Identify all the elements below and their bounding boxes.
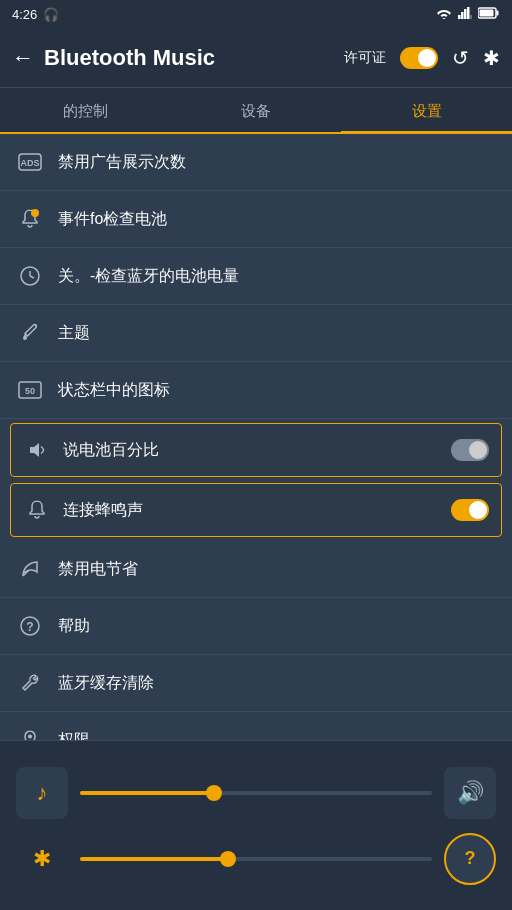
volume-icon: 🔊 (457, 780, 484, 806)
setting-saybattery-label: 说电池百分比 (63, 440, 439, 461)
tab-settings[interactable]: 设置 (341, 102, 512, 134)
svg-rect-6 (497, 10, 499, 15)
tab-devices[interactable]: 设备 (171, 102, 342, 134)
bell-icon (16, 205, 44, 233)
question-icon: ? (16, 612, 44, 640)
headphone-icon: 🎧 (43, 7, 59, 22)
setting-help[interactable]: ? 帮助 (0, 598, 512, 655)
setting-savebattery-label: 禁用电节省 (58, 559, 496, 580)
clock-icon (16, 262, 44, 290)
speaker-icon (23, 436, 51, 464)
setting-clock-label: 关。-检查蓝牙的电池电量 (58, 266, 496, 287)
music-note-button[interactable]: ♪ (16, 767, 68, 819)
setting-help-label: 帮助 (58, 616, 496, 637)
setting-theme-label: 主题 (58, 323, 496, 344)
bluetooth-player-icon: ✱ (16, 846, 68, 872)
setting-event[interactable]: 事件fo检查电池 (0, 191, 512, 248)
connectbeep-toggle[interactable] (451, 499, 489, 521)
question-player-icon: ? (465, 848, 476, 869)
bluetooth-header-icon[interactable]: ✱ (483, 46, 500, 70)
battery-icon (478, 7, 500, 22)
status-bar: 4:26 🎧 (0, 0, 512, 28)
setting-event-label: 事件fo检查电池 (58, 209, 496, 230)
bluetooth-row: ✱ ? (16, 833, 496, 885)
bell2-icon (23, 496, 51, 524)
setting-theme[interactable]: 主题 (0, 305, 512, 362)
setting-savebattery[interactable]: 禁用电节省 (0, 541, 512, 598)
saybattery-toggle[interactable] (451, 439, 489, 461)
signal-icon (458, 7, 472, 22)
page-title: Bluetooth Music (44, 45, 334, 71)
svg-rect-3 (467, 7, 470, 19)
volume-fill (80, 791, 214, 795)
svg-text:50: 50 (25, 386, 35, 396)
permission-toggle[interactable] (400, 47, 438, 69)
volume-row: ♪ 🔊 (16, 767, 496, 819)
svg-point-23 (28, 735, 32, 739)
refresh-icon[interactable]: ↺ (452, 46, 469, 70)
svg-rect-4 (470, 15, 472, 19)
svg-rect-1 (461, 12, 464, 19)
svg-text:ADS: ADS (20, 158, 39, 168)
setting-ads[interactable]: ADS 禁用广告展示次数 (0, 134, 512, 191)
music-note-icon: ♪ (37, 780, 48, 806)
pin-icon (16, 726, 44, 740)
leaf-icon (16, 555, 44, 583)
setting-ads-label: 禁用广告展示次数 (58, 152, 496, 173)
bluetooth-thumb (220, 851, 236, 867)
setting-connectbeep-label: 连接蜂鸣声 (63, 500, 439, 521)
setting-permissions-label: 权限 (58, 730, 496, 741)
svg-line-16 (30, 276, 34, 278)
volume-button[interactable]: 🔊 (444, 767, 496, 819)
setting-clearcache[interactable]: 蓝牙缓存清除 (0, 655, 512, 712)
volume-thumb (206, 785, 222, 801)
setting-connectbeep[interactable]: 连接蜂鸣声 (10, 483, 502, 537)
setting-clearcache-label: 蓝牙缓存清除 (58, 673, 496, 694)
settings-content: ✖ ✱ ADS 禁用广告展示次数 事件fo检查电池 关。-检查蓝牙的电池电量 主… (0, 134, 512, 740)
setting-permissions[interactable]: 权限 (0, 712, 512, 740)
setting-statusicon-label: 状态栏中的图标 (58, 380, 496, 401)
ads-icon: ADS (16, 148, 44, 176)
bluetooth-slider[interactable] (80, 857, 432, 861)
volume-slider[interactable] (80, 791, 432, 795)
svg-rect-2 (464, 9, 467, 19)
status-time: 4:26 (12, 7, 37, 22)
setting-clock[interactable]: 关。-检查蓝牙的电池电量 (0, 248, 512, 305)
question-button[interactable]: ? (444, 833, 496, 885)
brush-icon (16, 319, 44, 347)
wifi-icon (436, 7, 452, 22)
top-bar: ← Bluetooth Music 许可证 ↺ ✱ (0, 28, 512, 88)
svg-rect-7 (480, 9, 494, 16)
svg-point-13 (31, 209, 39, 217)
svg-text:?: ? (26, 620, 33, 634)
bottom-player: ♪ 🔊 ✱ ? (0, 740, 512, 910)
setting-saybattery[interactable]: 说电池百分比 (10, 423, 502, 477)
tab-bar: 的控制 设备 设置 (0, 88, 512, 134)
svg-marker-19 (30, 443, 39, 457)
tab-controls[interactable]: 的控制 (0, 102, 171, 134)
back-button[interactable]: ← (12, 45, 34, 71)
permission-label: 许可证 (344, 49, 386, 67)
svg-rect-0 (458, 15, 461, 19)
bluetooth-fill (80, 857, 228, 861)
setting-statusicon[interactable]: 50 状态栏中的图标 (0, 362, 512, 419)
status-bar-icon: 50 (16, 376, 44, 404)
wrench-icon (16, 669, 44, 697)
